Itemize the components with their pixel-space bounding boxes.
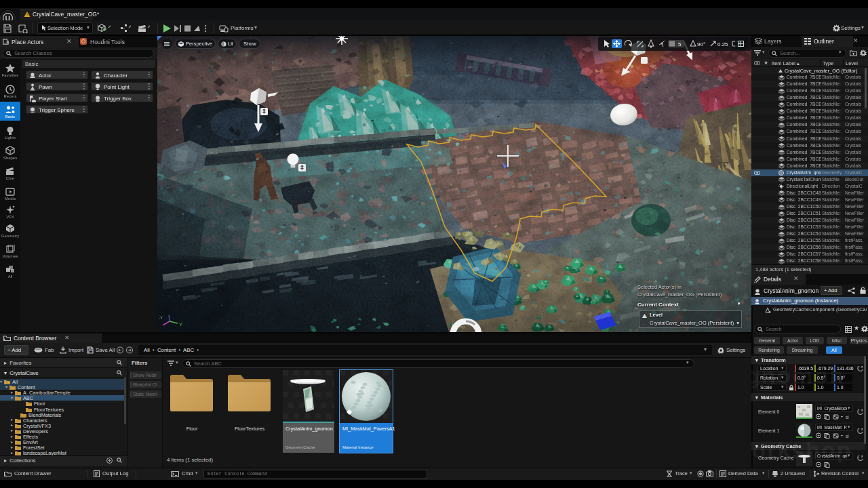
svg-text:0.25: 0.25 <box>717 41 728 47</box>
svg-text:si: si <box>846 415 849 420</box>
svg-text:90°: 90° <box>697 41 705 47</box>
svg-text:-Y: -Y <box>159 316 163 320</box>
svg-text:5: 5 <box>678 41 682 47</box>
svg-text:Y: Y <box>179 321 183 327</box>
